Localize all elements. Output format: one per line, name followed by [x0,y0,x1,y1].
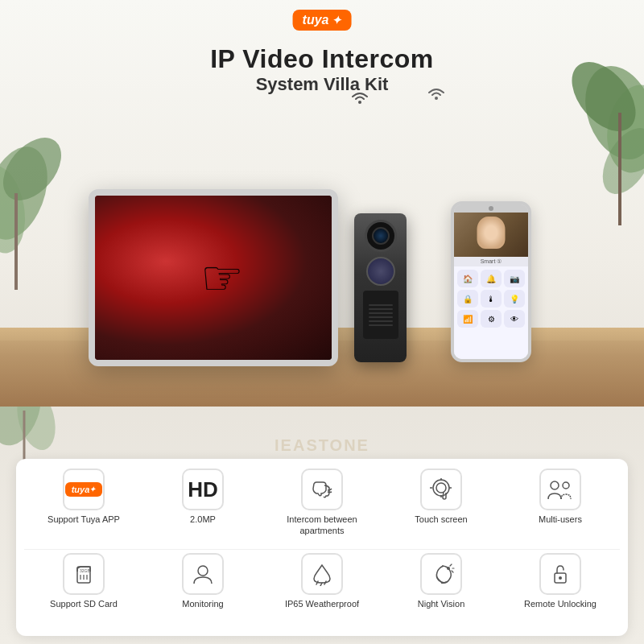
feature-weatherproof-icon [301,553,343,595]
hd-text: HD [188,479,218,500]
feature-remote-unlock-label: Remote Unlocking [524,598,597,609]
touch-hand-icon: ☞ [200,250,244,306]
features-section: tuya ✦ Support Tuya APP HD 2.0MP [16,459,628,636]
feature-monitoring-label: Monitoring [182,598,223,609]
feature-multi-users-label: Multi-users [539,514,582,525]
doorbell-unit [354,213,407,362]
svg-point-12 [358,101,361,104]
speaker-line-4 [369,316,393,318]
phone-video-face [477,217,506,249]
speaker-line-1 [369,304,393,306]
feature-multi-users-icon [539,469,581,510]
tuya-feat-dot: ✦ [89,485,96,493]
monitor-screen: ☞ [95,196,332,360]
page-wrapper: tuya ✦ IP Video Intercom System Villa Ki… [0,0,644,644]
feature-sd-card-icon: 32GB [63,553,105,595]
phone-screen: Smart ① 🏠 🔔 📷 🔒 🌡 💡 📶 ⚙ 👁 [454,213,528,359]
product-title-line1: IP Video Intercom [0,44,644,74]
feature-touch-label: Touch screen [415,514,467,525]
features-row-1: tuya ✦ Support Tuya APP HD 2.0MP [24,469,620,546]
phone-ui-icon-2: 🔔 [481,270,502,287]
svg-line-26 [324,581,326,584]
phone-ui-icon-3: 📷 [504,270,525,287]
speaker-line-5 [369,320,393,322]
wifi-signal-door [427,85,620,197]
phone-ui-icon-4: 🔒 [457,290,478,308]
feature-touch-icon [420,469,462,510]
monitor-display: ☞ [89,189,338,366]
svg-point-15 [436,483,446,493]
doorbell-speaker [363,291,398,339]
tuya-logo-top: tuya ✦ [293,10,352,31]
phone-notch [454,204,528,213]
speaker-line-6 [369,324,393,326]
tuya-logo-feature: tuya ✦ [65,482,103,497]
svg-point-14 [433,480,449,496]
camera-lens [372,227,390,245]
tuya-brand-text: tuya [303,13,329,27]
feature-weatherproof-label: IP65 Weatherproof [285,598,359,609]
speaker-line-3 [369,312,393,314]
features-divider [24,549,620,550]
features-row-2: 32GB Support SD Card Monitoring [24,553,620,630]
feature-tuya-app-icon: tuya ✦ [63,469,105,510]
feature-night-vision-label: Night Vision [418,598,465,609]
tuya-brand-dot: ✦ [332,14,341,27]
product-section: ☞ [40,117,604,407]
svg-point-27 [447,567,450,570]
phone-ui-icon-5: 🌡 [481,290,502,308]
svg-point-17 [563,482,569,489]
feature-resolution-label: 2.0MP [190,514,216,525]
phone-speaker-dot [489,206,493,211]
doorbell-call-button [366,257,395,286]
doorbell-camera [365,220,397,252]
feature-night-vision: Night Vision [393,553,489,609]
phone-ui-grid: 🏠 🔔 📷 🔒 🌡 💡 📶 ⚙ 👁 [454,266,528,359]
feature-intercom-icon [301,469,343,510]
feature-sd-card: 32GB Support SD Card [35,553,132,609]
phone-ui-icon-7: 📶 [457,310,478,328]
feature-monitoring: Monitoring [155,553,251,609]
feature-sd-card-label: Support SD Card [50,598,118,609]
feature-monitoring-icon [182,553,224,595]
svg-point-16 [551,481,559,489]
feature-multi-users: Multi-users [512,469,609,525]
feature-touch: Touch screen [393,469,489,525]
svg-point-23 [198,566,208,576]
feature-intercom-label: Intercom between apartments [274,514,370,537]
feature-tuya-app: tuya ✦ Support Tuya APP [35,469,132,525]
smartphone-display: Smart ① 🏠 🔔 📷 🔒 🌡 💡 📶 ⚙ 👁 [451,201,531,362]
feature-tuya-app-label: Support Tuya APP [47,514,120,525]
svg-point-13 [435,97,438,100]
speaker-line-2 [369,308,393,310]
feature-remote-unlock-icon [539,553,581,595]
feature-intercom: Intercom between apartments [274,469,370,537]
svg-point-29 [559,576,562,580]
phone-video-feed [454,213,528,257]
feature-hd-icon: HD [182,469,224,510]
phone-ui-icon-8: ⚙ [481,310,502,328]
svg-text:32GB: 32GB [80,568,90,573]
feature-night-vision-icon [420,553,462,595]
phone-ui-icon-1: 🏠 [457,270,478,287]
feature-weatherproof: IP65 Weatherproof [274,553,370,609]
feature-remote-unlock: Remote Unlocking [512,553,609,609]
phone-ui-icon-6: 💡 [504,290,525,308]
feature-resolution: HD 2.0MP [155,469,251,525]
tuya-feat-text: tuya [72,485,90,494]
watermark: IEASTONE [275,436,369,455]
phone-ui-icon-9: 👁 [504,310,525,328]
